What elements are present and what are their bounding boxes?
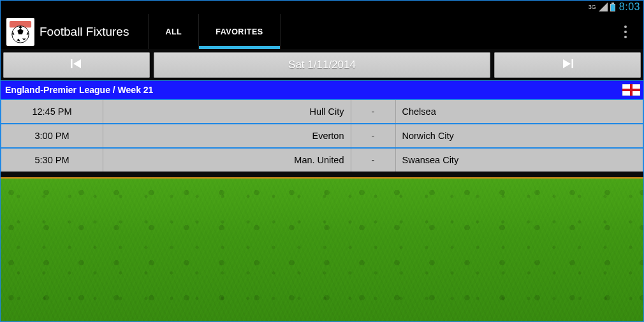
fixture-time: 12:45 PM — [1, 100, 103, 123]
action-bar: Football Fixtures ALL FAVORITES — [0, 14, 644, 49]
league-title: England-Premier League / Week 21 — [5, 85, 622, 95]
fixtures-panel: England-Premier League / Week 21 12:45 P… — [0, 80, 644, 172]
overflow-menu-button[interactable] — [611, 14, 640, 49]
fixture-score: - — [351, 149, 396, 172]
fixture-home: Everton — [103, 124, 351, 147]
fixture-away: Norwich City — [396, 124, 643, 147]
date-label: Sat 1/11/2014 — [288, 59, 356, 71]
signal-icon — [599, 3, 608, 11]
fixture-score: - — [351, 100, 396, 123]
tabs: ALL FAVORITES — [148, 14, 280, 49]
fixture-time: 3:00 PM — [1, 124, 103, 147]
svg-rect-13 — [71, 59, 73, 68]
app-icon — [6, 18, 34, 46]
tab-all[interactable]: ALL — [148, 14, 198, 49]
prev-day-button[interactable] — [3, 52, 150, 78]
next-day-button[interactable] — [494, 52, 641, 78]
svg-marker-0 — [599, 3, 608, 11]
fixture-score: - — [351, 124, 396, 147]
fixture-time: 5:30 PM — [1, 149, 103, 172]
more-vert-icon — [624, 26, 627, 38]
svg-rect-16 — [572, 59, 574, 68]
tab-favorites[interactable]: FAVORITES — [198, 14, 280, 49]
fixture-row[interactable]: 5:30 PM Man. United - Swansea City — [1, 149, 643, 172]
league-header[interactable]: England-Premier League / Week 21 — [0, 81, 644, 99]
fixture-home: Hull City — [103, 100, 351, 123]
england-flag-icon — [622, 84, 640, 96]
skip-prev-icon — [71, 59, 82, 72]
battery-icon — [610, 3, 615, 11]
svg-marker-15 — [563, 59, 571, 68]
date-button[interactable]: Sat 1/11/2014 — [154, 52, 490, 78]
fixture-row[interactable]: 12:45 PM Hull City - Chelsea — [1, 100, 643, 123]
fixture-row[interactable]: 3:00 PM Everton - Norwich City — [1, 124, 643, 147]
network-type: 3G — [589, 4, 596, 10]
app-title: Football Fixtures — [40, 25, 129, 39]
status-clock: 8:03 — [619, 1, 640, 13]
svg-rect-1 — [611, 3, 614, 4]
svg-rect-3 — [611, 4, 615, 11]
svg-marker-14 — [73, 59, 81, 68]
fixture-home: Man. United — [103, 149, 351, 172]
fixture-away: Swansea City — [396, 149, 643, 172]
svg-rect-19 — [622, 89, 640, 91]
date-nav: Sat 1/11/2014 — [0, 49, 644, 80]
fixture-away: Chelsea — [396, 100, 643, 123]
background-grass — [1, 177, 643, 321]
status-bar: 3G 8:03 — [0, 0, 644, 14]
skip-next-icon — [562, 59, 573, 72]
